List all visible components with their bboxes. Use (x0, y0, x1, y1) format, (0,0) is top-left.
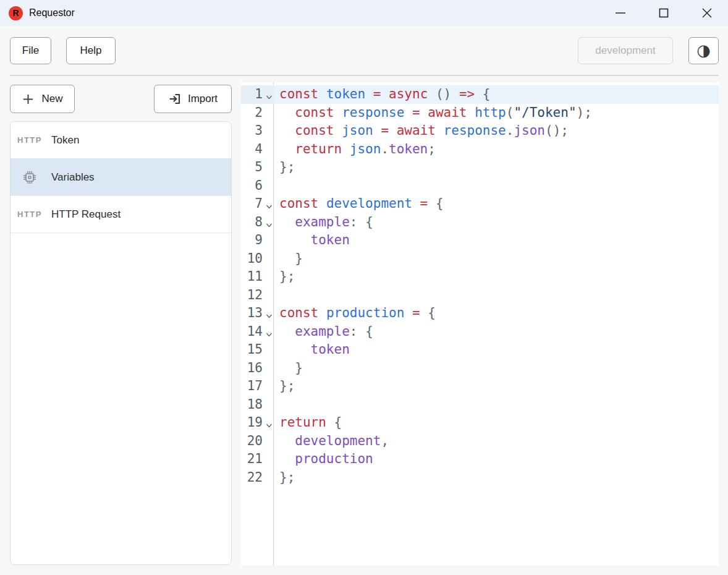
code-line-18[interactable]: 18 (241, 396, 719, 414)
import-button[interactable]: Import (154, 85, 232, 113)
line-number: 6 (241, 177, 265, 195)
plus-icon (22, 93, 35, 106)
minimize-icon (614, 7, 627, 19)
line-number: 15 (241, 341, 265, 359)
theme-contrast-icon: ◑ (696, 42, 711, 58)
code-line-14[interactable]: 14 example: { (241, 323, 719, 341)
list-item-label: Token (51, 134, 79, 147)
gutter-line-10: 10 (241, 250, 274, 268)
gutter-line-13: 13 (241, 304, 274, 323)
app-logo-icon: R (9, 6, 23, 20)
code-line-20[interactable]: 20 development, (241, 432, 719, 451)
fold-gutter-empty (265, 450, 274, 469)
gutter-line-1: 1 (241, 85, 274, 104)
fold-chevron-icon[interactable] (265, 304, 274, 323)
code-text: return json.token; (274, 140, 719, 159)
line-number: 20 (241, 432, 265, 451)
fold-gutter-empty (265, 359, 274, 378)
line-number: 14 (241, 323, 265, 341)
line-number: 13 (241, 304, 265, 323)
close-button[interactable] (697, 3, 717, 23)
gutter-line-15: 15 (241, 341, 274, 359)
line-number: 10 (241, 250, 265, 268)
code-text: }; (274, 268, 719, 286)
code-text: } (274, 250, 719, 268)
gutter-line-21: 21 (241, 450, 274, 469)
fold-chevron-icon[interactable] (265, 195, 274, 213)
code-line-10[interactable]: 10 } (241, 250, 719, 268)
minimize-button[interactable] (611, 3, 630, 23)
fold-gutter-empty (265, 122, 274, 140)
code-line-2[interactable]: 2 const response = await http("/Token"); (241, 104, 719, 122)
help-menu-button[interactable]: Help (66, 37, 116, 64)
line-number: 5 (241, 158, 265, 177)
fold-gutter-empty (265, 268, 274, 286)
code-text: token (274, 231, 719, 250)
code-text: }; (274, 469, 719, 487)
fold-chevron-icon[interactable] (265, 85, 274, 104)
code-text: example: { (274, 323, 719, 341)
list-item-variables[interactable]: Variables (11, 159, 231, 196)
code-line-21[interactable]: 21 production (241, 450, 719, 469)
header-divider (10, 75, 718, 76)
gutter-line-12: 12 (241, 286, 274, 305)
gutter-line-6: 6 (241, 177, 274, 195)
gutter-line-5: 5 (241, 158, 274, 177)
gutter-line-22: 22 (241, 469, 274, 487)
code-line-9[interactable]: 9 token (241, 231, 719, 250)
new-button-label: New (41, 93, 62, 105)
code-line-8[interactable]: 8 example: { (241, 213, 719, 232)
gutter-line-17: 17 (241, 377, 274, 396)
line-number: 22 (241, 469, 265, 487)
code-line-22[interactable]: 22}; (241, 469, 719, 487)
chip-icon (23, 171, 36, 184)
import-icon (168, 92, 182, 106)
line-number: 2 (241, 104, 265, 122)
fold-chevron-icon[interactable] (265, 414, 274, 432)
code-line-7[interactable]: 7const development = { (241, 195, 719, 213)
gutter-line-4: 4 (241, 140, 274, 159)
code-line-13[interactable]: 13const production = { (241, 304, 719, 323)
code-line-11[interactable]: 11}; (241, 268, 719, 286)
line-number: 11 (241, 268, 265, 286)
sidebar-actions: New Import (10, 85, 232, 113)
theme-toggle-button[interactable]: ◑ (688, 37, 719, 64)
fold-gutter-empty (265, 432, 274, 451)
fold-gutter-empty (265, 469, 274, 487)
line-number: 16 (241, 359, 265, 378)
new-button[interactable]: New (10, 85, 75, 113)
code-line-3[interactable]: 3 const json = await response.json(); (241, 122, 719, 140)
line-number: 19 (241, 414, 265, 432)
code-text (274, 286, 719, 305)
code-text: } (274, 359, 719, 378)
gutter-line-9: 9 (241, 231, 274, 250)
file-menu-button[interactable]: File (10, 37, 51, 64)
list-item-token[interactable]: HTTPToken (11, 122, 231, 159)
code-line-1[interactable]: 1const token = async () => { (241, 85, 719, 104)
code-text: development, (274, 432, 719, 451)
code-text: const token = async () => { (274, 85, 719, 104)
code-lines: 1const token = async () => {2 const resp… (241, 82, 719, 487)
fold-chevron-icon[interactable] (265, 323, 274, 341)
code-line-15[interactable]: 15 token (241, 341, 719, 359)
environment-selector-button[interactable]: development (578, 37, 673, 64)
code-line-4[interactable]: 4 return json.token; (241, 140, 719, 159)
fold-gutter-empty (265, 177, 274, 195)
maximize-icon (658, 7, 670, 19)
code-text: }; (274, 158, 719, 177)
code-line-19[interactable]: 19return { (241, 414, 719, 432)
line-number: 7 (241, 195, 265, 213)
code-line-17[interactable]: 17}; (241, 377, 719, 396)
code-text: const production = { (274, 304, 719, 323)
list-item-label: HTTP Request (51, 208, 121, 221)
code-line-6[interactable]: 6 (241, 177, 719, 195)
code-line-12[interactable]: 12 (241, 286, 719, 305)
code-editor[interactable]: 1const token = async () => {2 const resp… (241, 82, 719, 566)
list-item-http-request[interactable]: HTTPHTTP Request (11, 196, 231, 233)
code-line-5[interactable]: 5}; (241, 158, 719, 177)
code-line-16[interactable]: 16 } (241, 359, 719, 378)
maximize-button[interactable] (654, 3, 674, 23)
fold-chevron-icon[interactable] (265, 213, 274, 232)
titlebar: R Requestor (0, 0, 728, 26)
fold-gutter-empty (265, 104, 274, 122)
